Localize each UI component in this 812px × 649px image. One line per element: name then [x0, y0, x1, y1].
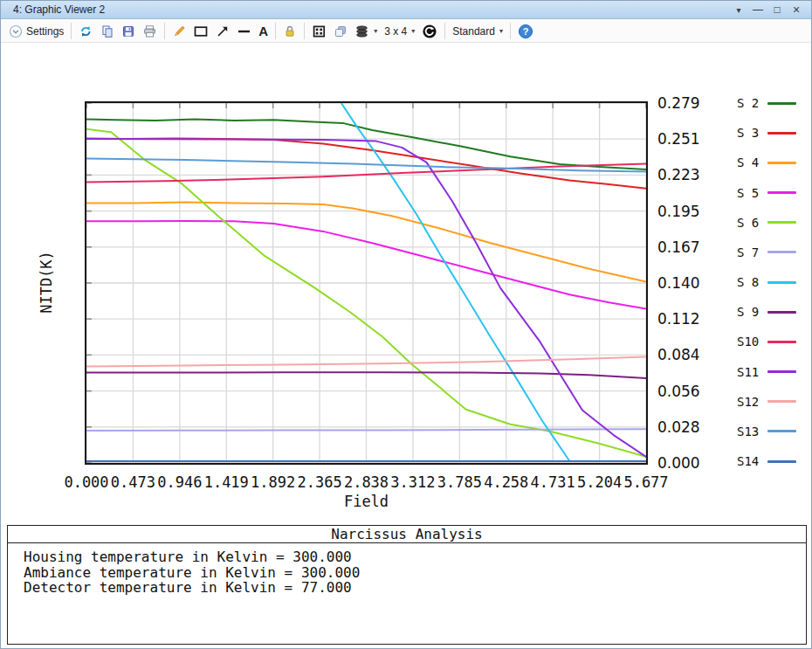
rectangle-icon [193, 24, 209, 38]
toolbar-separator [510, 23, 511, 39]
print-button[interactable] [139, 23, 161, 40]
legend-entry-label: S 3 [737, 126, 760, 140]
layers-button[interactable] [330, 23, 351, 40]
y-axis-ticks: 0.2790.2510.2230.1950.1670.1400.1120.084… [657, 94, 720, 479]
legend-entry-label: S10 [737, 335, 760, 349]
expand-button[interactable] [308, 23, 330, 40]
legend-color-swatch [767, 430, 796, 432]
help-button[interactable]: ? [514, 22, 537, 41]
pencil-tool-button[interactable] [169, 23, 189, 40]
legend-entry-label: S 6 [737, 216, 760, 230]
analysis-panel-title: Narcissus Analysis [7, 525, 807, 543]
y-tick-label: 0.000 [657, 454, 700, 472]
chevron-down-icon: ▾ [499, 27, 503, 35]
chart-canvas [86, 103, 646, 463]
lock-icon [283, 24, 297, 38]
chevron-down-circle-icon [9, 24, 23, 38]
copy-icon [100, 24, 114, 38]
legend-entry: S14 [737, 452, 796, 470]
line-tool-button[interactable] [233, 23, 255, 40]
minimize-icon[interactable]: — [748, 3, 767, 16]
surface-stack-dropdown[interactable]: ▾ [351, 23, 381, 40]
legend-color-swatch [767, 162, 796, 164]
x-tick-label: 0.946 [157, 473, 202, 491]
toolbar-separator [304, 23, 305, 39]
arrow-tool-button[interactable] [212, 23, 233, 40]
y-tick-label: 0.167 [657, 238, 700, 256]
close-icon[interactable]: × [787, 3, 806, 17]
help-icon: ? [518, 24, 533, 39]
legend-color-swatch [767, 400, 796, 403]
analysis-text-line: Ambiance temperature in Kelvin = 300.000 [24, 565, 806, 581]
legend-entry-label: S14 [737, 454, 760, 468]
legend-entry-label: S 9 [737, 305, 760, 319]
legend-entry: S 8 [737, 273, 796, 291]
window-title: 4: Graphic Viewer 2 [13, 3, 105, 16]
legend-color-swatch [767, 341, 796, 343]
x-tick-label: 4.731 [531, 473, 575, 491]
x-tick-label: 5.204 [577, 473, 622, 491]
y-tick-label: 0.028 [657, 418, 700, 436]
line-icon [237, 24, 251, 38]
legend-entry: S 2 [737, 94, 796, 112]
legend-entry: S 7 [737, 244, 796, 261]
x-tick-label: 2.838 [344, 473, 389, 491]
settings-label: Settings [26, 25, 64, 38]
rotate-button[interactable] [418, 22, 441, 41]
y-tick-label: 0.084 [657, 346, 700, 363]
y-tick-label: 0.251 [657, 130, 700, 148]
toolbar-separator [275, 23, 276, 39]
x-tick-label: 0.473 [111, 473, 155, 491]
y-tick-label: 0.112 [657, 310, 700, 328]
titlebar: 4: Graphic Viewer 2 ▾ — □ × [1, 1, 811, 19]
legend-color-swatch [767, 221, 796, 224]
legend-entry: S 5 [737, 184, 796, 202]
graphic-viewer-window: 4: Graphic Viewer 2 ▾ — □ × Settings [0, 0, 812, 649]
legend-entry-label: S 8 [737, 275, 760, 289]
toolbar-separator [444, 23, 445, 39]
legend-entry: S13 [737, 423, 796, 440]
legend-entry: S10 [737, 333, 796, 350]
svg-text:?: ? [523, 25, 529, 36]
legend-entry: S 4 [737, 154, 796, 171]
print-icon [142, 24, 157, 38]
legend-entry: S11 [737, 363, 796, 381]
y-tick-label: 0.140 [657, 274, 700, 292]
legend-color-swatch [767, 191, 796, 194]
x-tick-label: 0.000 [64, 473, 108, 491]
legend-entry-label: S 5 [737, 186, 760, 200]
surface-stack-icon [354, 24, 369, 38]
legend-color-swatch [767, 311, 796, 314]
mode-dropdown[interactable]: Standard ▾ [449, 24, 506, 39]
legend-entry: S12 [737, 393, 796, 411]
y-axis-title: NITD(K) [38, 251, 55, 314]
copy-button[interactable] [97, 23, 118, 40]
chevron-down-icon: ▾ [374, 27, 377, 35]
window-menu-icon[interactable]: ▾ [729, 5, 748, 15]
analysis-text-line: Detector temperature in Kelvin = 77.000 [24, 580, 806, 596]
x-tick-label: 3.785 [437, 473, 482, 491]
x-tick-label: 5.677 [623, 473, 668, 491]
grid-layout-dropdown[interactable]: 3 x 4 ▾ [381, 24, 418, 39]
legend-entry: S 9 [737, 303, 796, 321]
legend-entry-label: S 4 [737, 155, 760, 169]
chevron-down-icon: ▾ [411, 27, 415, 35]
legend-color-swatch [767, 102, 796, 105]
analysis-panel-body: Housing temperature in Kelvin = 300.000A… [7, 542, 807, 645]
plot-area [85, 101, 648, 465]
x-axis-ticks: 0.0000.4730.9461.4191.8922.3652.8383.312… [85, 473, 648, 491]
mode-value: Standard [452, 25, 495, 38]
rectangle-tool-button[interactable] [189, 23, 212, 40]
maximize-icon[interactable]: □ [767, 3, 787, 16]
pencil-icon [172, 24, 186, 38]
settings-button[interactable]: Settings [5, 23, 67, 40]
legend-entry: S 3 [737, 124, 796, 142]
legend-entry-label: S 2 [737, 96, 760, 110]
save-button[interactable] [118, 23, 139, 40]
legend-color-swatch [767, 251, 796, 253]
text-tool-button[interactable]: A [255, 22, 272, 40]
y-tick-label: 0.195 [657, 203, 700, 220]
lock-button[interactable] [279, 23, 300, 40]
x-tick-label: 4.258 [484, 473, 528, 491]
refresh-button[interactable] [75, 23, 97, 40]
